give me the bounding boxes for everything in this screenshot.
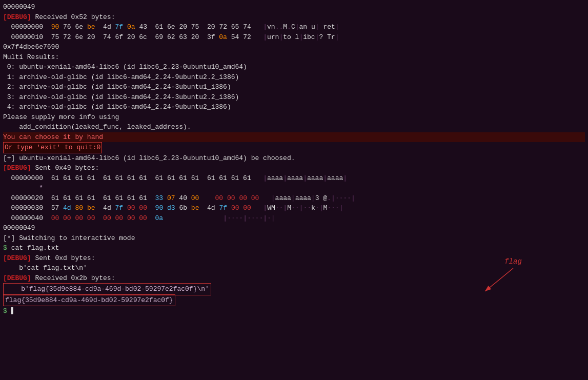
line-10: 3: archive-old-glibc (id libc6-amd64_2.2… — [3, 92, 585, 103]
line-choosed: [+] ubuntu-xenial-amd64-libc6 (id libc6_… — [3, 153, 585, 164]
terminal: 00000049 [DEBUG] Received 0x52 bytes: 00… — [3, 2, 585, 316]
line-sent-49: [DEBUG] Sent 0x49 bytes: — [3, 163, 585, 173]
line-4: 00000010 75 72 6e 20 74 6f 20 6c 69 62 6… — [3, 32, 585, 43]
line-6: Multi Results: — [3, 52, 585, 63]
flag-label: flag — [504, 257, 522, 266]
line-8: 1: archive-old-glibc (id libc6-amd64_2.2… — [3, 72, 585, 83]
line-flag-value: flag{35d9e884-cd9a-469d-bd02-59297e2fac0… — [3, 295, 585, 307]
line-13: add_condition(leaked_func, leaked_addres… — [3, 122, 585, 132]
line-star: * — [3, 183, 585, 193]
line-5: 0x7f4dbe6e7690 — [3, 42, 585, 52]
line-3: 00000000 90 76 6e be 4d 7f 0a 43 61 6e 2… — [3, 22, 585, 32]
line-cat-prompt: $ cat flag.txt — [3, 243, 585, 253]
line-2: [DEBUG] Received 0x52 bytes: — [3, 12, 585, 23]
line-hex-0000: 00000000 61 61 61 61 61 61 61 61 61 61 6… — [3, 173, 585, 184]
line-49-end: 00000049 — [3, 223, 585, 233]
line-hex-0040: 00000040 00 00 00 00 00 00 00 00 0a |···… — [3, 213, 585, 224]
line-or-type: Or type 'exit' to quit:0 — [3, 142, 585, 153]
line-11: 4: archive-old-glibc (id libc6-amd64_2.2… — [3, 102, 585, 112]
line-hex-0020: 00000020 61 61 61 61 61 61 61 61 33 07 4… — [3, 193, 585, 204]
line-7: 0: ubuntu-xenial-amd64-libc6 (id libc6_2… — [3, 62, 585, 72]
flag-section: b'flag{35d9e884-cd9a-469d-bd02-59297e2fa… — [3, 283, 585, 306]
line-1: 00000049 — [3, 2, 585, 12]
line-final-prompt: $ ▌ — [3, 306, 585, 316]
line-hex-0030: 00000030 57 4d 80 be 4d 7f 00 00 90 d3 6… — [3, 203, 585, 213]
line-switching: [*] Switching to interactive mode — [3, 233, 585, 244]
flag-annotation: flag — [482, 257, 544, 294]
flag-arrow — [482, 266, 544, 294]
line-12: Please supply more info using — [3, 112, 585, 123]
line-9: 2: archive-old-glibc (id libc6-amd64_2.2… — [3, 82, 585, 92]
line-you-can-choose: You can choose it by hand — [3, 132, 585, 143]
